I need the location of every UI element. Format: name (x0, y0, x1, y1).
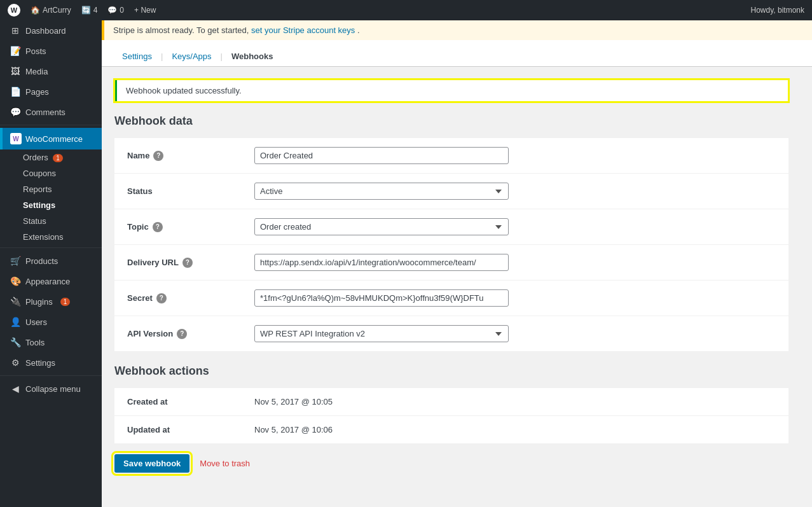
woocommerce-label: WooCommerce (25, 134, 83, 144)
secret-input[interactable] (254, 289, 509, 307)
updated-at-label-cell: Updated at (114, 416, 242, 444)
coupons-label: Coupons (23, 169, 56, 178)
posts-label: Posts (25, 46, 46, 56)
sidebar-item-status[interactable]: Status (0, 213, 102, 229)
collapse-label: Collapse menu (25, 384, 81, 394)
nav-divider-2 (0, 247, 102, 248)
users-icon: 👤 (10, 317, 20, 327)
appearance-label: Appearance (25, 277, 70, 286)
delivery-url-help-icon[interactable]: ? (182, 258, 193, 268)
secret-row: Secret ? (114, 281, 788, 316)
pages-icon: 📄 (10, 87, 20, 97)
tab-webhooks[interactable]: Webhooks (224, 46, 281, 66)
reports-label: Reports (23, 184, 52, 194)
created-at-label-cell: Created at (114, 388, 242, 416)
products-label: Products (25, 256, 58, 266)
sidebar-item-media[interactable]: 🖼 Media (0, 61, 102, 81)
comments-count: 0 (120, 6, 124, 15)
sidebar-item-extensions[interactable]: Extensions (0, 229, 102, 245)
status-select[interactable]: ActivePausedDisabled (254, 183, 509, 200)
sidebar-item-woocommerce[interactable]: W WooCommerce (0, 128, 102, 149)
updates-count: 4 (93, 6, 98, 15)
delivery-url-value-cell (242, 245, 788, 281)
site-name-link[interactable]: 🏠 ArtCurry (31, 6, 71, 15)
sidebar-item-pages[interactable]: 📄 Pages (0, 81, 102, 102)
stripe-notice: Stripe is almost ready. To get started, … (102, 20, 812, 40)
updated-at-value-cell: Nov 5, 2017 @ 10:06 (242, 416, 788, 444)
sidebar-item-coupons[interactable]: Coupons (0, 165, 102, 181)
api-version-select[interactable]: WP REST API Integration v2WP REST API In… (254, 325, 509, 342)
tools-icon: 🔧 (10, 337, 20, 347)
submit-wrap: Save webhook Move to trash (114, 444, 788, 483)
sidebar-collapse[interactable]: ◀ Collapse menu (0, 379, 102, 399)
success-message: Webhook updated successfully. (126, 86, 242, 95)
api-version-label-cell: API Version ? (114, 316, 242, 352)
updated-at-value: Nov 5, 2017 @ 10:06 (254, 425, 333, 434)
name-row: Name ? (114, 138, 788, 174)
created-at-value-cell: Nov 5, 2017 @ 10:05 (242, 388, 788, 416)
users-label: Users (25, 317, 47, 327)
name-input[interactable] (254, 147, 509, 164)
dashboard-label: Dashboard (25, 26, 66, 36)
save-webhook-button[interactable]: Save webhook (114, 454, 189, 473)
updated-at-row: Updated at Nov 5, 2017 @ 10:06 (114, 416, 788, 444)
topic-label-cell: Topic ? (114, 209, 242, 245)
new-label: + New (134, 6, 156, 15)
delivery-url-row: Delivery URL ? (114, 245, 788, 281)
webhook-actions-title: Webhook actions (114, 365, 788, 378)
sidebar-item-appearance[interactable]: 🎨 Appearance (0, 271, 102, 291)
delivery-url-input[interactable] (254, 254, 509, 271)
topic-help-icon[interactable]: ? (153, 222, 163, 232)
new-content-link[interactable]: + New (134, 6, 156, 15)
sidebar-item-comments[interactable]: 💬 Comments (0, 102, 102, 122)
stripe-account-keys-link[interactable]: set your Stripe account keys (251, 25, 355, 35)
sidebar-item-dashboard[interactable]: ⊞ Dashboard (0, 20, 102, 41)
sidebar-item-products[interactable]: 🛒 Products (0, 251, 102, 271)
name-value-cell (242, 138, 788, 174)
sidebar-item-reports[interactable]: Reports (0, 181, 102, 197)
home-icon: 🏠 (31, 6, 40, 15)
updated-at-label: Updated at (127, 425, 170, 434)
webhook-actions-table: Created at Nov 5, 2017 @ 10:05 Updated a… (114, 388, 788, 444)
sidebar-item-tools[interactable]: 🔧 Tools (0, 332, 102, 352)
tab-settings[interactable]: Settings (114, 46, 160, 66)
pages-label: Pages (25, 87, 49, 97)
status-row: Status ActivePausedDisabled (114, 174, 788, 209)
orders-label: Orders (23, 153, 48, 162)
orders-badge: 1 (53, 154, 63, 162)
tab-sep-2: | (219, 46, 224, 66)
dashboard-icon: ⊞ (10, 25, 20, 36)
api-version-help-icon[interactable]: ? (177, 329, 187, 339)
api-version-value-cell: WP REST API Integration v2WP REST API In… (242, 316, 788, 352)
name-label: Name (127, 151, 149, 160)
extensions-label: Extensions (23, 232, 64, 242)
api-version-row: API Version ? WP REST API Integration v2… (114, 316, 788, 352)
wp-logo: W (8, 4, 20, 17)
updates-link[interactable]: 🔄 4 (81, 6, 98, 15)
api-version-label: API Version (127, 329, 173, 338)
posts-icon: 📝 (10, 46, 20, 56)
sidebar-item-settings[interactable]: Settings (0, 197, 102, 213)
webhook-data-title: Webhook data (114, 115, 788, 128)
settings-label: Settings (23, 200, 55, 210)
webhook-form-table: Name ? Status ActivePausedDisabled (114, 138, 788, 352)
sidebar-item-plugins[interactable]: 🔌 Plugins 1 (0, 291, 102, 312)
site-name: ArtCurry (43, 6, 71, 15)
sidebar-item-posts[interactable]: 📝 Posts (0, 41, 102, 61)
delivery-url-label: Delivery URL (127, 258, 179, 267)
section-divider (114, 352, 788, 365)
sidebar-item-settings2[interactable]: ⚙ Settings (0, 352, 102, 373)
name-help-icon[interactable]: ? (153, 151, 163, 161)
tab-keys[interactable]: Keys/Apps (164, 46, 219, 66)
secret-help-icon[interactable]: ? (156, 293, 167, 303)
comments-label: Comments (25, 108, 65, 117)
sidebar-item-users[interactable]: 👤 Users (0, 312, 102, 332)
settings2-label: Settings (25, 358, 55, 368)
tab-sep-1: | (160, 46, 164, 66)
sidebar-item-orders[interactable]: Orders 1 (0, 149, 102, 165)
comments-link[interactable]: 💬 0 (107, 6, 124, 15)
topic-select[interactable]: Order createdOrder updatedOrder deleted (254, 218, 509, 235)
move-to-trash-link[interactable]: Move to trash (200, 459, 250, 468)
updates-icon: 🔄 (81, 6, 91, 15)
wp-logo-link[interactable]: W (8, 4, 20, 17)
